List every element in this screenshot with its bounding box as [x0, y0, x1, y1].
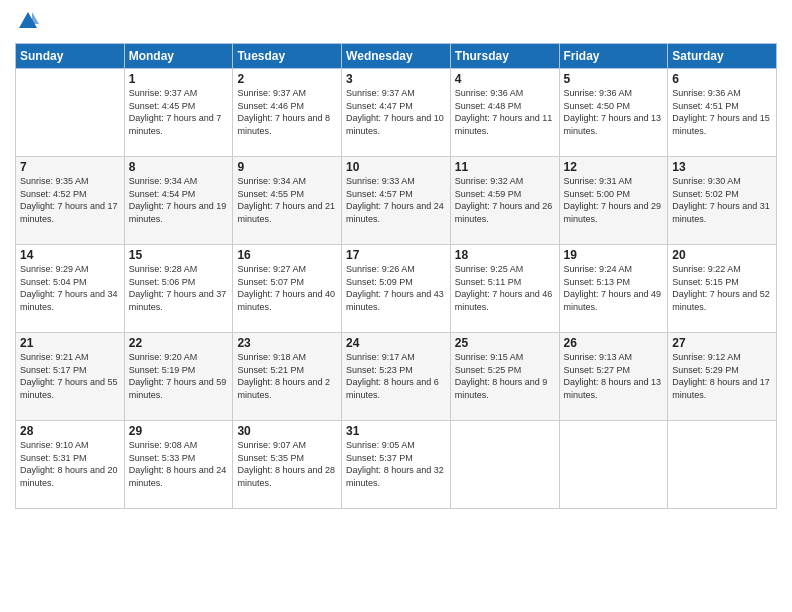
calendar-week-row: 21Sunrise: 9:21 AMSunset: 5:17 PMDayligh…	[16, 333, 777, 421]
header	[15, 10, 777, 37]
calendar-table: SundayMondayTuesdayWednesdayThursdayFrid…	[15, 43, 777, 509]
calendar-cell: 7Sunrise: 9:35 AMSunset: 4:52 PMDaylight…	[16, 157, 125, 245]
calendar-week-row: 7Sunrise: 9:35 AMSunset: 4:52 PMDaylight…	[16, 157, 777, 245]
day-detail: Sunrise: 9:37 AMSunset: 4:46 PMDaylight:…	[237, 87, 337, 137]
day-number: 12	[564, 160, 664, 174]
day-detail: Sunrise: 9:13 AMSunset: 5:27 PMDaylight:…	[564, 351, 664, 401]
day-number: 27	[672, 336, 772, 350]
day-number: 28	[20, 424, 120, 438]
calendar-cell: 14Sunrise: 9:29 AMSunset: 5:04 PMDayligh…	[16, 245, 125, 333]
weekday-header: Thursday	[450, 44, 559, 69]
day-number: 1	[129, 72, 229, 86]
day-detail: Sunrise: 9:31 AMSunset: 5:00 PMDaylight:…	[564, 175, 664, 225]
weekday-header: Sunday	[16, 44, 125, 69]
day-detail: Sunrise: 9:32 AMSunset: 4:59 PMDaylight:…	[455, 175, 555, 225]
calendar-cell	[668, 421, 777, 509]
day-number: 26	[564, 336, 664, 350]
day-detail: Sunrise: 9:20 AMSunset: 5:19 PMDaylight:…	[129, 351, 229, 401]
day-number: 18	[455, 248, 555, 262]
calendar-cell: 30Sunrise: 9:07 AMSunset: 5:35 PMDayligh…	[233, 421, 342, 509]
logo-icon	[17, 10, 39, 32]
day-detail: Sunrise: 9:37 AMSunset: 4:47 PMDaylight:…	[346, 87, 446, 137]
day-detail: Sunrise: 9:18 AMSunset: 5:21 PMDaylight:…	[237, 351, 337, 401]
day-detail: Sunrise: 9:08 AMSunset: 5:33 PMDaylight:…	[129, 439, 229, 489]
calendar-cell: 8Sunrise: 9:34 AMSunset: 4:54 PMDaylight…	[124, 157, 233, 245]
calendar-cell: 19Sunrise: 9:24 AMSunset: 5:13 PMDayligh…	[559, 245, 668, 333]
day-number: 30	[237, 424, 337, 438]
calendar-cell: 3Sunrise: 9:37 AMSunset: 4:47 PMDaylight…	[342, 69, 451, 157]
day-number: 19	[564, 248, 664, 262]
calendar-cell: 23Sunrise: 9:18 AMSunset: 5:21 PMDayligh…	[233, 333, 342, 421]
calendar-cell: 11Sunrise: 9:32 AMSunset: 4:59 PMDayligh…	[450, 157, 559, 245]
day-detail: Sunrise: 9:35 AMSunset: 4:52 PMDaylight:…	[20, 175, 120, 225]
calendar-cell: 16Sunrise: 9:27 AMSunset: 5:07 PMDayligh…	[233, 245, 342, 333]
calendar-cell: 17Sunrise: 9:26 AMSunset: 5:09 PMDayligh…	[342, 245, 451, 333]
day-detail: Sunrise: 9:25 AMSunset: 5:11 PMDaylight:…	[455, 263, 555, 313]
day-number: 3	[346, 72, 446, 86]
calendar-cell: 9Sunrise: 9:34 AMSunset: 4:55 PMDaylight…	[233, 157, 342, 245]
weekday-header: Wednesday	[342, 44, 451, 69]
calendar-cell: 31Sunrise: 9:05 AMSunset: 5:37 PMDayligh…	[342, 421, 451, 509]
day-detail: Sunrise: 9:22 AMSunset: 5:15 PMDaylight:…	[672, 263, 772, 313]
day-detail: Sunrise: 9:37 AMSunset: 4:45 PMDaylight:…	[129, 87, 229, 137]
calendar-week-row: 28Sunrise: 9:10 AMSunset: 5:31 PMDayligh…	[16, 421, 777, 509]
day-detail: Sunrise: 9:17 AMSunset: 5:23 PMDaylight:…	[346, 351, 446, 401]
day-number: 13	[672, 160, 772, 174]
day-number: 17	[346, 248, 446, 262]
day-number: 4	[455, 72, 555, 86]
day-detail: Sunrise: 9:15 AMSunset: 5:25 PMDaylight:…	[455, 351, 555, 401]
day-detail: Sunrise: 9:21 AMSunset: 5:17 PMDaylight:…	[20, 351, 120, 401]
calendar-cell: 22Sunrise: 9:20 AMSunset: 5:19 PMDayligh…	[124, 333, 233, 421]
calendar-cell	[450, 421, 559, 509]
day-number: 10	[346, 160, 446, 174]
logo	[15, 10, 39, 37]
calendar-week-row: 14Sunrise: 9:29 AMSunset: 5:04 PMDayligh…	[16, 245, 777, 333]
logo-text	[15, 10, 39, 37]
calendar-cell: 21Sunrise: 9:21 AMSunset: 5:17 PMDayligh…	[16, 333, 125, 421]
day-number: 9	[237, 160, 337, 174]
day-number: 21	[20, 336, 120, 350]
day-number: 22	[129, 336, 229, 350]
calendar-cell: 29Sunrise: 9:08 AMSunset: 5:33 PMDayligh…	[124, 421, 233, 509]
day-detail: Sunrise: 9:36 AMSunset: 4:50 PMDaylight:…	[564, 87, 664, 137]
calendar-cell: 24Sunrise: 9:17 AMSunset: 5:23 PMDayligh…	[342, 333, 451, 421]
calendar-cell: 10Sunrise: 9:33 AMSunset: 4:57 PMDayligh…	[342, 157, 451, 245]
calendar-cell: 18Sunrise: 9:25 AMSunset: 5:11 PMDayligh…	[450, 245, 559, 333]
day-number: 6	[672, 72, 772, 86]
day-detail: Sunrise: 9:26 AMSunset: 5:09 PMDaylight:…	[346, 263, 446, 313]
day-number: 29	[129, 424, 229, 438]
day-detail: Sunrise: 9:30 AMSunset: 5:02 PMDaylight:…	[672, 175, 772, 225]
calendar-cell: 12Sunrise: 9:31 AMSunset: 5:00 PMDayligh…	[559, 157, 668, 245]
calendar-cell: 27Sunrise: 9:12 AMSunset: 5:29 PMDayligh…	[668, 333, 777, 421]
day-detail: Sunrise: 9:05 AMSunset: 5:37 PMDaylight:…	[346, 439, 446, 489]
weekday-header: Friday	[559, 44, 668, 69]
day-detail: Sunrise: 9:28 AMSunset: 5:06 PMDaylight:…	[129, 263, 229, 313]
day-detail: Sunrise: 9:24 AMSunset: 5:13 PMDaylight:…	[564, 263, 664, 313]
day-detail: Sunrise: 9:29 AMSunset: 5:04 PMDaylight:…	[20, 263, 120, 313]
day-number: 7	[20, 160, 120, 174]
day-detail: Sunrise: 9:34 AMSunset: 4:55 PMDaylight:…	[237, 175, 337, 225]
calendar-cell: 4Sunrise: 9:36 AMSunset: 4:48 PMDaylight…	[450, 69, 559, 157]
day-number: 31	[346, 424, 446, 438]
calendar-cell: 5Sunrise: 9:36 AMSunset: 4:50 PMDaylight…	[559, 69, 668, 157]
day-number: 15	[129, 248, 229, 262]
calendar-cell: 2Sunrise: 9:37 AMSunset: 4:46 PMDaylight…	[233, 69, 342, 157]
day-detail: Sunrise: 9:10 AMSunset: 5:31 PMDaylight:…	[20, 439, 120, 489]
weekday-header: Monday	[124, 44, 233, 69]
day-number: 20	[672, 248, 772, 262]
calendar-cell: 20Sunrise: 9:22 AMSunset: 5:15 PMDayligh…	[668, 245, 777, 333]
day-number: 5	[564, 72, 664, 86]
day-detail: Sunrise: 9:36 AMSunset: 4:51 PMDaylight:…	[672, 87, 772, 137]
page-container: SundayMondayTuesdayWednesdayThursdayFrid…	[0, 0, 792, 519]
calendar-cell: 1Sunrise: 9:37 AMSunset: 4:45 PMDaylight…	[124, 69, 233, 157]
weekday-header: Saturday	[668, 44, 777, 69]
day-detail: Sunrise: 9:34 AMSunset: 4:54 PMDaylight:…	[129, 175, 229, 225]
day-detail: Sunrise: 9:33 AMSunset: 4:57 PMDaylight:…	[346, 175, 446, 225]
weekday-header: Tuesday	[233, 44, 342, 69]
day-number: 11	[455, 160, 555, 174]
calendar-cell: 25Sunrise: 9:15 AMSunset: 5:25 PMDayligh…	[450, 333, 559, 421]
calendar-cell	[559, 421, 668, 509]
calendar-cell: 6Sunrise: 9:36 AMSunset: 4:51 PMDaylight…	[668, 69, 777, 157]
day-number: 14	[20, 248, 120, 262]
day-detail: Sunrise: 9:27 AMSunset: 5:07 PMDaylight:…	[237, 263, 337, 313]
